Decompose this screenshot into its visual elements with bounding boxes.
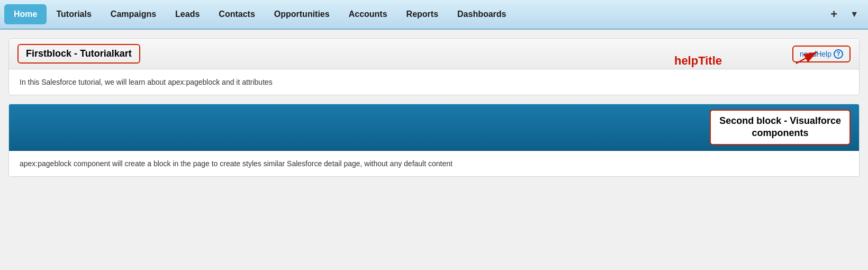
- nav-item-dashboards[interactable]: Dashboards: [448, 4, 516, 24]
- second-block-body: apex:pageblock component will create a b…: [9, 151, 859, 176]
- first-block-title: Firstblock - Tutorialkart: [17, 44, 140, 64]
- first-block-header: Firstblock - Tutorialkart needHelp ?: [9, 39, 859, 69]
- nav-item-contacts[interactable]: Contacts: [209, 4, 264, 24]
- nav-item-opportunities[interactable]: Opportunities: [265, 4, 339, 24]
- nav-dropdown-arrow[interactable]: ▼: [845, 5, 864, 23]
- nav-item-reports[interactable]: Reports: [397, 4, 448, 24]
- need-help-button[interactable]: needHelp ?: [792, 46, 851, 62]
- help-icon: ?: [834, 49, 843, 59]
- need-help-label: needHelp: [800, 50, 831, 58]
- navbar: Home Tutorials Campaigns Leads Contacts …: [0, 0, 868, 30]
- second-block-header: Second block - Visualforce components: [9, 104, 859, 151]
- nav-item-campaigns[interactable]: Campaigns: [101, 4, 166, 24]
- first-block-wrapper: Firstblock - Tutorialkart needHelp ? In …: [8, 38, 860, 95]
- first-block-description: In this Salesforce tutorial, we will lea…: [20, 78, 848, 86]
- second-block-description: apex:pageblock component will create a b…: [20, 159, 848, 168]
- second-block-title: Second block - Visualforce components: [710, 110, 851, 145]
- nav-item-tutorials[interactable]: Tutorials: [47, 4, 101, 24]
- nav-item-home[interactable]: Home: [4, 4, 47, 24]
- main-content: Firstblock - Tutorialkart needHelp ? In …: [0, 30, 868, 194]
- nav-add-button[interactable]: +: [823, 3, 845, 25]
- first-block-body: In this Salesforce tutorial, we will lea…: [9, 69, 859, 95]
- nav-item-leads[interactable]: Leads: [166, 4, 209, 24]
- first-page-block: Firstblock - Tutorialkart needHelp ? In …: [8, 38, 860, 95]
- nav-item-accounts[interactable]: Accounts: [339, 4, 397, 24]
- second-page-block: Second block - Visualforce components ap…: [8, 104, 860, 177]
